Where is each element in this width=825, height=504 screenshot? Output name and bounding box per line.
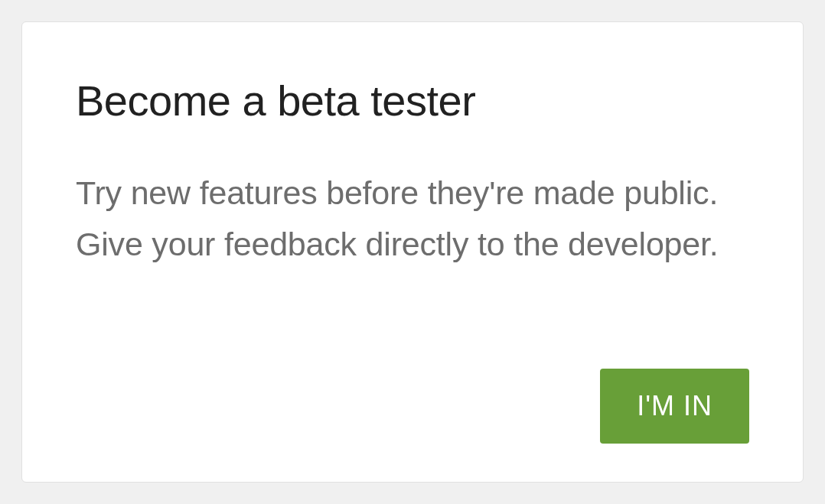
button-row: I'M IN [76,369,749,444]
card-description: Try new features before they're made pub… [76,167,749,269]
im-in-button[interactable]: I'M IN [600,369,749,444]
card-title: Become a beta tester [76,76,749,125]
beta-tester-card: Become a beta tester Try new features be… [21,21,804,483]
